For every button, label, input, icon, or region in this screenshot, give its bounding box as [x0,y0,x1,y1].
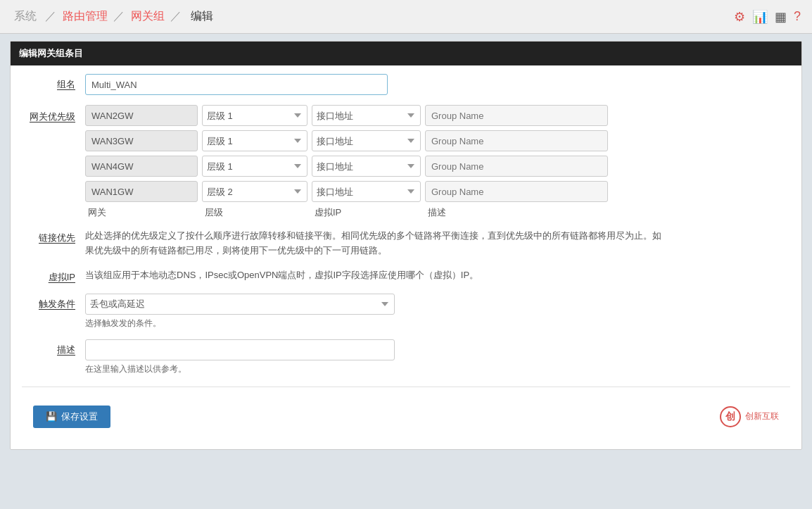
desc-row: 描述 在这里输入描述以供参考。 [22,339,790,375]
save-label: 保存设置 [61,410,98,423]
save-button[interactable]: 💾 保存设置 [33,406,110,428]
gateway-priority-row: 网关优先级 层级 1 层级 2 禁用 接口地址 [22,105,790,219]
breadcrumb-sep2: ／ [113,10,125,22]
desc-label: 描述 [22,339,85,356]
brand-icon: 创 [720,406,741,427]
link-priority-label: 链接优先 [22,229,85,244]
table-row: 层级 1 层级 2 禁用 接口地址 [85,105,790,126]
virtual-ip-select-1[interactable]: 接口地址 [312,105,421,126]
virtual-ip-label: 虚拟IP [22,268,85,284]
filter-icon[interactable]: ⚙ [734,9,745,25]
col-header-virtual-ip: 虚拟IP [312,206,421,219]
header-icons: ⚙ 📊 ▦ ? [734,9,801,25]
link-priority-row: 链接优先 此处选择的优先级定义了按什么顺序进行故障转移和链接平衡。相同优先级的多… [22,229,790,258]
group-name-row: 组名 [22,74,790,95]
gateway-input-3[interactable] [85,156,198,177]
breadcrumb-system: 系统 [14,10,37,22]
virtual-ip-select-3[interactable]: 接口地址 [312,156,421,177]
breadcrumb-gatewaygroup[interactable]: 网关组 [131,10,165,22]
gateway-input-1[interactable] [85,105,198,126]
card-title: 编辑网关组条目 [19,48,83,58]
col-header-tier: 层级 [202,206,307,219]
edit-card: 编辑网关组条目 组名 网关优先级 层级 1 层级 2 禁 [10,41,802,450]
group-name-input[interactable] [85,74,388,95]
grid-icon[interactable]: ▦ [775,9,787,25]
table-row: 层级 1 层级 2 禁用 接口地址 [85,181,790,202]
breadcrumb: 系统 ／ 路由管理 ／ 网关组 ／ 编辑 [11,9,216,24]
gateway-input-2[interactable] [85,130,198,151]
chart-icon[interactable]: 📊 [752,9,768,25]
card-body: 组名 网关优先级 层级 1 层级 2 禁用 [11,65,801,449]
help-icon[interactable]: ? [794,9,801,24]
virtual-ip-select-2[interactable]: 接口地址 [312,130,421,151]
table-row: 层级 1 层级 2 禁用 接口地址 [85,130,790,151]
trigger-hint: 选择触发发的条件。 [85,318,790,329]
top-header: 系统 ／ 路由管理 ／ 网关组 ／ 编辑 ⚙ 📊 ▦ ? [0,0,812,34]
tier-select-2[interactable]: 层级 1 层级 2 禁用 [202,130,307,151]
save-icon: 💾 [46,411,57,422]
virtual-ip-select-4[interactable]: 接口地址 [312,181,421,202]
group-name-field-2 [425,130,608,151]
breadcrumb-edit: 编辑 [191,10,213,22]
gateway-priority-label: 网关优先级 [22,105,85,123]
group-name-field-4 [425,181,608,202]
gateway-table: 层级 1 层级 2 禁用 接口地址 层级 1 [85,105,790,219]
card-header: 编辑网关组条目 [11,42,801,65]
main-content: 编辑网关组条目 组名 网关优先级 层级 1 层级 2 禁 [0,34,812,509]
brand-logo: 创 创新互联 [720,406,779,427]
tier-select-3[interactable]: 层级 1 层级 2 禁用 [202,156,307,177]
group-name-field-3 [425,156,608,177]
desc-input[interactable] [85,339,395,360]
brand-text: 创新互联 [745,410,779,422]
trigger-wrap: 丢包或高延迟 丢包 高延迟 关闭 选择触发发的条件。 [85,294,790,329]
breadcrumb-routing[interactable]: 路由管理 [63,10,108,22]
column-headers: 网关 层级 虚拟IP 描述 [85,206,790,219]
breadcrumb-sep3: ／ [170,10,182,22]
virtual-ip-row: 虚拟IP 当该组应用于本地动态DNS，IPsec或OpenVPN端点时，虚拟IP… [22,268,790,284]
trigger-row: 触发条件 丢包或高延迟 丢包 高延迟 关闭 选择触发发的条件。 [22,294,790,329]
tier-select-4[interactable]: 层级 1 层级 2 禁用 [202,181,307,202]
virtual-ip-text: 当该组应用于本地动态DNS，IPsec或OpenVPN端点时，虚拟IP字段选择应… [85,268,478,283]
trigger-label: 触发条件 [22,294,85,310]
divider [22,387,790,387]
table-row: 层级 1 层级 2 禁用 接口地址 [85,156,790,177]
group-name-label: 组名 [22,74,85,91]
col-header-gateway: 网关 [85,206,198,219]
desc-wrap: 在这里输入描述以供参考。 [85,339,790,375]
col-header-desc: 描述 [425,206,608,219]
gateway-input-4[interactable] [85,181,198,202]
link-priority-text: 此处选择的优先级定义了按什么顺序进行故障转移和链接平衡。相同优先级的多个链路将平… [85,229,662,258]
breadcrumb-sep1: ／ [45,10,56,22]
tier-select-1[interactable]: 层级 1 层级 2 禁用 [202,105,307,126]
trigger-select[interactable]: 丢包或高延迟 丢包 高延迟 关闭 [85,294,395,315]
desc-hint: 在这里输入描述以供参考。 [85,363,790,375]
group-name-field-1 [425,105,608,126]
footer-row: 💾 保存设置 创 创新互联 [22,398,790,435]
